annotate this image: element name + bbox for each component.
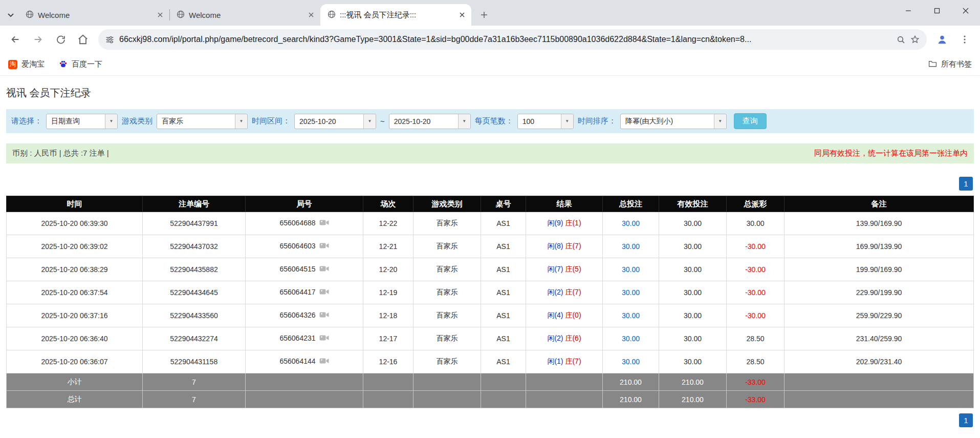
chevron-down-icon[interactable]: ▼ — [561, 114, 573, 129]
sort-select[interactable]: 降幂(由大到小) ▼ — [620, 114, 727, 129]
chevron-down-icon[interactable]: ▼ — [235, 114, 247, 129]
table-number-cell: AS1 — [481, 281, 526, 304]
payout-cell: -30.00 — [727, 304, 785, 327]
globe-icon — [177, 10, 185, 20]
zoom-icon[interactable] — [897, 35, 905, 44]
tab-welcome-1[interactable]: Welcome — [18, 4, 169, 26]
chevron-down-icon[interactable]: ▼ — [363, 114, 376, 129]
payout-cell: 28.50 — [727, 350, 785, 373]
globe-icon — [328, 10, 336, 20]
notice-text: 同局有效投注，统一计算在该局第一张注单内 — [814, 149, 968, 158]
total-bet-link[interactable]: 30.00 — [622, 288, 640, 297]
video-replay-icon[interactable] — [319, 265, 329, 274]
bet-number-cell: 522904437991 — [143, 212, 246, 235]
per-page-select[interactable]: 100 ▼ — [517, 114, 574, 129]
chevron-down-icon[interactable]: ▼ — [458, 114, 470, 129]
total-bet-cell: 30.00 — [603, 281, 659, 304]
maximize-button[interactable] — [923, 0, 951, 22]
total-bet-link[interactable]: 30.00 — [622, 219, 640, 227]
banker-result: 庄(1) — [565, 219, 581, 227]
tab-bet-record[interactable]: :::视讯 会员下注纪录::: — [320, 4, 471, 26]
all-bookmarks-label: 所有书签 — [941, 59, 972, 69]
bookmark-baidu[interactable]: 百度一下 — [59, 59, 102, 70]
column-header: 桌号 — [481, 196, 526, 212]
address-bar[interactable]: 66cxkj98.com/ipl/portal.php/game/betreco… — [98, 29, 927, 50]
chevron-down-icon[interactable]: ▼ — [105, 114, 117, 129]
time-cell: 2025-10-20 06:36:40 — [7, 327, 143, 350]
per-page-value: 100 — [518, 114, 561, 129]
video-replay-icon[interactable] — [319, 357, 329, 366]
total-bet-link[interactable]: 30.00 — [622, 358, 640, 366]
game-type-cell: 百家乐 — [413, 281, 481, 304]
total-bet-link[interactable]: 30.00 — [622, 311, 640, 320]
menu-icon[interactable] — [954, 29, 975, 50]
date-to-select[interactable]: 2025-10-20 ▼ — [389, 114, 471, 129]
all-bookmarks-button[interactable]: 所有书签 — [928, 59, 972, 69]
player-result: 闲(7) — [547, 265, 563, 273]
game-type-select[interactable]: 百家乐 ▼ — [157, 114, 248, 129]
session-cell: 12-16 — [363, 350, 413, 373]
session-cell: 12-17 — [363, 327, 413, 350]
valid-bet-cell: 30.00 — [659, 304, 727, 327]
total-bet-link[interactable]: 30.00 — [622, 242, 640, 251]
player-result: 闲(2) — [547, 334, 563, 342]
result-cell: 闲(2) 庄(7) — [526, 281, 603, 304]
minimize-button[interactable] — [894, 0, 923, 22]
range-separator: ~ — [380, 117, 385, 126]
back-button[interactable] — [5, 29, 26, 50]
summary-count-cell: 7 — [143, 391, 246, 408]
page-1-button[interactable]: 1 — [959, 413, 973, 427]
summary-total-bet-cell: 210.00 — [603, 373, 659, 391]
tab-close-icon[interactable] — [457, 10, 467, 20]
query-type-select[interactable]: 日期查询 ▼ — [46, 114, 118, 129]
summary-row: 小计7210.00210.00-33.00 — [7, 373, 974, 391]
video-replay-icon[interactable] — [319, 288, 329, 297]
video-replay-icon[interactable] — [319, 242, 329, 251]
total-bet-link[interactable]: 30.00 — [622, 335, 640, 343]
game-type-label: 游戏类别 — [122, 116, 153, 126]
folder-icon — [928, 60, 937, 69]
bookmark-star-icon[interactable] — [910, 35, 920, 44]
time-cell: 2025-10-20 06:37:54 — [7, 281, 143, 304]
game-type-cell: 百家乐 — [413, 304, 481, 327]
bookmark-label: 百度一下 — [72, 59, 102, 69]
new-tab-button[interactable] — [475, 6, 493, 24]
sort-label: 时间排序： — [578, 116, 616, 126]
result-cell: 闲(2) 庄(6) — [526, 327, 603, 350]
column-header: 有效投注 — [659, 196, 727, 212]
site-settings-icon[interactable] — [105, 35, 114, 44]
result-cell: 闲(9) 庄(1) — [526, 212, 603, 235]
chevron-down-icon[interactable]: ▼ — [714, 114, 726, 129]
close-window-button[interactable] — [951, 0, 980, 22]
tab-search-button[interactable] — [3, 4, 18, 26]
game-type-cell: 百家乐 — [413, 258, 481, 281]
payout-value: 30.00 — [746, 219, 764, 227]
column-header: 局号 — [246, 196, 363, 212]
reload-button[interactable] — [50, 29, 71, 50]
banker-result: 庄(6) — [565, 334, 581, 342]
date-from-select[interactable]: 2025-10-20 ▼ — [294, 114, 376, 129]
time-range-label: 时间区间： — [252, 116, 290, 126]
profile-button[interactable] — [932, 29, 952, 50]
payout-cell: 28.50 — [727, 327, 785, 350]
page-1-button[interactable]: 1 — [959, 177, 973, 191]
valid-bet-cell: 30.00 — [659, 327, 727, 350]
forward-button[interactable] — [28, 29, 48, 50]
search-button[interactable]: 查询 — [734, 113, 767, 129]
video-replay-icon[interactable] — [319, 334, 329, 343]
round-number-cell: 656064417 — [246, 281, 363, 304]
bet-record-row: 2025-10-20 06:36:07522904431158656064144… — [7, 350, 974, 373]
round-number-cell: 656064688 — [246, 212, 363, 235]
tab-close-icon[interactable] — [306, 10, 316, 20]
bookmark-aitaobao[interactable]: 淘 爱淘宝 — [8, 59, 45, 69]
video-replay-icon[interactable] — [319, 219, 329, 228]
bet-record-row: 2025-10-20 06:36:40522904432274656064231… — [7, 327, 974, 350]
session-cell: 12-21 — [363, 235, 413, 258]
time-cell: 2025-10-20 06:37:16 — [7, 304, 143, 327]
video-replay-icon[interactable] — [319, 311, 329, 320]
tab-close-icon[interactable] — [155, 10, 165, 20]
tab-welcome-2[interactable]: Welcome — [169, 4, 320, 26]
total-bet-cell: 30.00 — [603, 235, 659, 258]
home-button[interactable] — [73, 29, 93, 50]
total-bet-link[interactable]: 30.00 — [622, 265, 640, 274]
